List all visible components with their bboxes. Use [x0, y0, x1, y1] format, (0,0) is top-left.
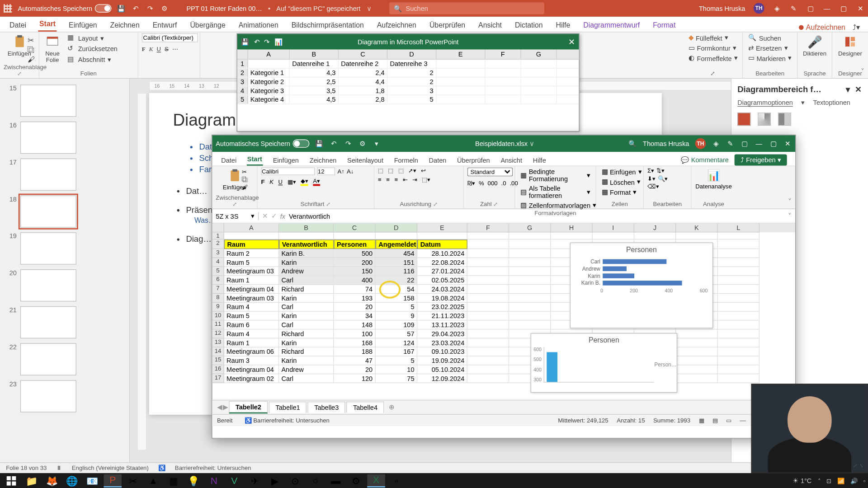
header-cell[interactable]: Datum [417, 239, 467, 249]
cell[interactable]: 2,4 [339, 69, 387, 77]
app-menu-icon[interactable] [4, 4, 12, 12]
cell[interactable] [509, 312, 551, 321]
quick-icon[interactable]: ⚙ [358, 140, 366, 148]
sheet-tab[interactable]: Tabelle4 [346, 402, 384, 413]
cell[interactable]: 188 [334, 347, 375, 357]
cell[interactable] [417, 232, 467, 239]
cell[interactable]: 19.08.2024 [417, 294, 467, 303]
onenote-icon[interactable]: N [205, 474, 223, 488]
format-painter-icon[interactable]: 🖌 [28, 56, 35, 64]
indent-dec-icon[interactable]: ⇤ [403, 176, 408, 183]
launcher-icon[interactable]: ⤢ [232, 202, 237, 207]
formula-input[interactable]: Verantwortlich [289, 212, 330, 220]
toggle-on-icon[interactable] [94, 4, 111, 12]
cell[interactable] [509, 232, 551, 239]
cell[interactable] [467, 374, 509, 383]
slide-counter[interactable]: Folie 18 von 33 [6, 465, 47, 472]
cell[interactable] [467, 285, 509, 294]
spell-icon[interactable]: ⏸ [56, 465, 62, 472]
cell[interactable] [509, 249, 551, 258]
cell[interactable] [634, 232, 676, 239]
cell[interactable] [467, 338, 509, 347]
share-button[interactable]: ⤴ Freigeben ▾ [735, 155, 787, 166]
cell[interactable]: 10 [376, 365, 417, 374]
comments-button[interactable]: 💬 Kommentare [681, 156, 729, 164]
cell[interactable]: 20 [334, 365, 375, 374]
cell[interactable]: Raum 4 [224, 303, 279, 312]
strike-button[interactable]: S [165, 46, 169, 53]
cell[interactable] [467, 276, 509, 285]
italic-button[interactable]: K [149, 46, 153, 53]
cell[interactable]: 54 [376, 285, 417, 294]
row-header[interactable]: 5 [237, 95, 248, 103]
toggle-off-icon[interactable] [292, 140, 309, 148]
row-header[interactable]: 11 [212, 320, 224, 329]
cell[interactable]: 19.09.2024 [417, 357, 467, 366]
cell[interactable]: 2,8 [339, 95, 387, 103]
underline-button[interactable]: U [157, 46, 161, 53]
reset-button[interactable]: ↺Zurücksetzen [66, 44, 119, 54]
excel-tab-hilfe[interactable]: Hilfe [532, 155, 547, 166]
excel-user[interactable]: Thomas Hruska [643, 140, 689, 147]
font-size-input[interactable] [317, 168, 335, 175]
cell[interactable]: 109 [376, 320, 417, 329]
redo-icon[interactable]: ↷ [146, 4, 154, 12]
tray-icon[interactable]: ▫ [863, 478, 866, 484]
cell[interactable]: Karin [279, 294, 334, 303]
replace-button[interactable]: ⇄Ersetzen ▾ [746, 43, 793, 52]
collapse-ribbon-icon[interactable]: ˅ [788, 198, 792, 206]
cell[interactable] [224, 232, 279, 239]
column-header[interactable]: B [290, 49, 339, 59]
cell[interactable]: 27.01.2024 [417, 267, 467, 276]
outlook-icon[interactable]: 📧 [84, 474, 102, 488]
cell[interactable] [718, 365, 760, 374]
launcher-icon[interactable]: ⤢ [17, 71, 22, 77]
cell[interactable] [467, 232, 509, 239]
dropdown-icon[interactable]: ▾ [373, 140, 381, 148]
cell[interactable]: 167 [376, 347, 417, 357]
row-header[interactable]: 10 [212, 312, 224, 321]
cell[interactable]: Andrew [279, 365, 334, 374]
app-icon[interactable]: ▫ [387, 474, 406, 488]
cell[interactable] [467, 239, 509, 249]
cell[interactable]: 5 [376, 357, 417, 366]
cell[interactable]: 2 [387, 69, 436, 77]
cell[interactable]: 5 [376, 303, 417, 312]
border-icon[interactable]: ▦▾ [288, 178, 296, 185]
undo-icon[interactable]: ↶ [330, 140, 338, 148]
header-cell[interactable]: Raum [224, 239, 279, 249]
close-button[interactable]: ✕ [783, 140, 792, 148]
find-icon[interactable]: 🔍▾ [658, 175, 668, 182]
cell[interactable] [485, 60, 521, 68]
cell[interactable] [376, 232, 417, 239]
indent-inc-icon[interactable]: ⇥ [412, 176, 417, 183]
row-header[interactable]: 3 [212, 249, 224, 258]
cell[interactable]: 20 [334, 303, 375, 312]
cell[interactable]: Meetingraum 06 [224, 347, 279, 357]
avatar[interactable]: TH [695, 138, 706, 149]
excel-filename[interactable]: Beispieldaten.xlsx ∨ [387, 140, 623, 147]
fill-icon[interactable]: ⬇▾ [647, 175, 655, 182]
header-cell[interactable]: Verantwortlich [279, 239, 334, 249]
slide-thumbnail[interactable] [20, 269, 76, 301]
slide-thumbnail[interactable] [20, 122, 76, 154]
cell[interactable]: 13.11.2023 [417, 320, 467, 329]
fx-icon[interactable]: fx [280, 212, 285, 220]
column-header[interactable]: K [676, 224, 717, 233]
cell[interactable] [718, 258, 760, 267]
weather-widget[interactable]: ☀ 1°C [793, 477, 812, 485]
powerpoint-icon[interactable]: P [104, 474, 122, 488]
ribbon-tab-start[interactable]: Start [38, 17, 57, 32]
accessibility-icon[interactable]: ♿ [158, 465, 165, 472]
settings-icon[interactable]: ⚙ [347, 474, 365, 488]
underline-button[interactable]: U [278, 178, 283, 185]
cell[interactable]: Raum 1 [224, 338, 279, 347]
data-analysis-button[interactable]: 📊 Datenanalyse [695, 168, 732, 191]
cell[interactable]: 75 [376, 374, 417, 383]
search-icon[interactable]: 🔍 [628, 140, 637, 148]
cell[interactable] [509, 276, 551, 285]
row-header[interactable]: 12 [212, 329, 224, 338]
cell[interactable] [248, 60, 290, 68]
wifi-icon[interactable]: 📶 [837, 478, 844, 484]
cell[interactable]: 12.09.2024 [417, 374, 467, 383]
